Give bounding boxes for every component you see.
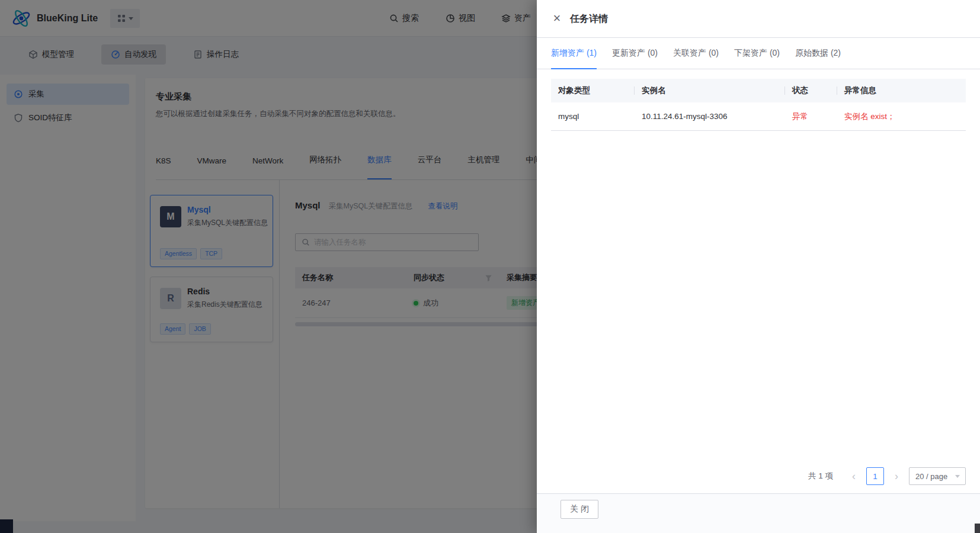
prev-page-icon[interactable]: ‹ [846, 468, 861, 484]
drawer-title: 任务详情 [570, 0, 608, 38]
asset-table-row[interactable]: mysql 10.11.24.61-mysql-3306 异常 实例名 exis… [551, 102, 966, 131]
object-type-cell: mysql [551, 112, 635, 121]
tab-related-assets[interactable]: 关联资产 (0) [673, 38, 719, 69]
page-number-button[interactable]: 1 [866, 467, 884, 485]
instance-name-cell: 10.11.24.61-mysql-3306 [635, 112, 785, 121]
modal-overlay[interactable] [0, 0, 537, 533]
status-cell: 异常 [785, 111, 837, 122]
col-instance-name: 实例名 [635, 79, 785, 102]
pagination-total: 共 1 项 [808, 471, 833, 481]
next-page-icon[interactable]: › [889, 468, 904, 484]
col-object-type: 对象类型 [551, 79, 635, 102]
col-error-info: 异常信息 [837, 79, 966, 102]
close-button[interactable]: 关 闭 [561, 500, 598, 519]
tab-removed-assets[interactable]: 下架资产 (0) [734, 38, 780, 69]
page-corner-artifact [975, 524, 980, 533]
assets-table-header: 对象类型 实例名 状态 异常信息 [551, 79, 966, 102]
assets-table: 对象类型 实例名 状态 异常信息 mysql 10.11.24.61-mysql… [551, 79, 966, 131]
drawer-tabs: 新增资产 (1) 更新资产 (0) 关联资产 (0) 下架资产 (0) 原始数据… [537, 38, 980, 69]
pagination: 共 1 项 ‹ 1 › 20 / page [808, 467, 966, 486]
drawer-footer: 关 闭 [537, 493, 980, 533]
error-info-cell: 实例名 exist； [837, 111, 966, 122]
close-icon[interactable]: × [549, 11, 565, 27]
tab-raw-data[interactable]: 原始数据 (2) [795, 38, 841, 69]
col-status: 状态 [785, 79, 837, 102]
tab-new-assets[interactable]: 新增资产 (1) [551, 38, 597, 69]
chevron-down-icon [955, 475, 960, 478]
drawer-header: × 任务详情 [537, 0, 980, 38]
tab-updated-assets[interactable]: 更新资产 (0) [612, 38, 658, 69]
page-size-value: 20 / page [915, 472, 947, 481]
page-size-select[interactable]: 20 / page [909, 467, 966, 485]
task-detail-drawer: × 任务详情 新增资产 (1) 更新资产 (0) 关联资产 (0) 下架资产 (… [537, 0, 980, 533]
